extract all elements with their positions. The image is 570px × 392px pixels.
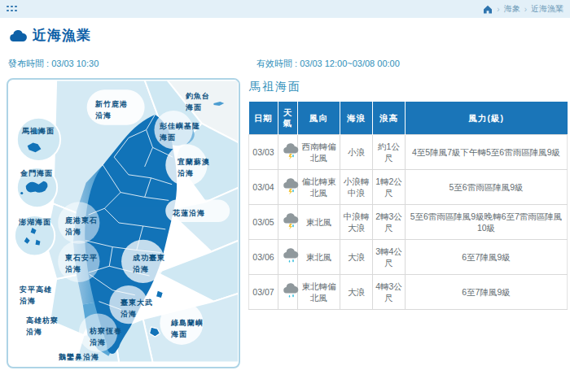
cell-weather bbox=[278, 275, 298, 310]
breadcrumb-separator: › bbox=[524, 5, 527, 14]
sea-area-label-mazu[interactable]: 馬祖海面 bbox=[22, 125, 55, 137]
grid-menu-icon[interactable] bbox=[7, 6, 18, 13]
sea-area-label-dongshi-anping[interactable]: 東石安平 沿海 bbox=[65, 252, 98, 275]
breadcrumb-separator: › bbox=[497, 5, 499, 14]
valid-time: 有效時間 : 03/03 12:00~03/08 00:00 bbox=[256, 58, 400, 70]
cell-sea: 大浪 bbox=[340, 275, 373, 310]
forecast-panel: 馬祖海面 日期 天氣 風向 海浪 浪高 風力(級) 03/03 bbox=[248, 78, 568, 368]
rain-thunder-icon bbox=[281, 212, 300, 230]
sea-area-label-ludao-lanyu[interactable]: 綠島蘭嶼 海面 bbox=[171, 317, 204, 340]
col-header-date: 日期 bbox=[249, 102, 278, 135]
cell-sea: 小浪轉中浪 bbox=[340, 170, 373, 205]
breadcrumb: › 海象 › 近海漁業 bbox=[483, 3, 563, 15]
sea-area-label-taitung-dawu[interactable]: 臺東大武 沿海 bbox=[121, 297, 153, 320]
rain-icon bbox=[281, 282, 300, 300]
breadcrumb-link-marine[interactable]: 海象 bbox=[504, 3, 520, 15]
sea-area-label-pengjia-keelung[interactable]: 彭佳嶼基隆 海面 bbox=[160, 120, 200, 143]
cloud-icon bbox=[8, 29, 28, 42]
cell-wind: 東北轉偏北風 bbox=[298, 275, 340, 310]
cell-date: 03/06 bbox=[249, 240, 278, 275]
cell-weather bbox=[278, 135, 298, 170]
col-header-force: 風力(級) bbox=[406, 102, 568, 135]
cell-date: 03/07 bbox=[249, 275, 278, 310]
cell-weather bbox=[278, 170, 298, 205]
cell-force: 5至6雷雨區陣風9級 bbox=[406, 170, 568, 205]
cell-wind: 東北風 bbox=[298, 205, 340, 240]
rain-thunder-icon bbox=[281, 177, 300, 195]
col-header-sea: 海浪 bbox=[340, 102, 373, 135]
map-column: 馬祖海面 金門海面 澎湖海面 新竹鹿港 沿海 釣魚台 海面 彭佳嶼基隆 海面 宜… bbox=[7, 78, 240, 368]
cell-date: 03/04 bbox=[249, 170, 278, 205]
cell-force: 6至7陣風9級 bbox=[406, 240, 568, 275]
rain-thunder-icon bbox=[281, 142, 300, 160]
page-title: 近海漁業 bbox=[33, 26, 91, 45]
cell-weather bbox=[278, 240, 298, 275]
sea-area-label-kaohsiung-fangliao[interactable]: 高雄枋寮 沿海 bbox=[26, 315, 59, 338]
cell-weather bbox=[278, 205, 298, 240]
cell-force: 5至6雷雨區陣風9級晚轉6至7雷雨區陣風10級 bbox=[406, 205, 568, 240]
cell-wind: 偏北轉東北風 bbox=[298, 170, 340, 205]
col-header-height: 浪高 bbox=[373, 102, 406, 135]
top-bar: › 海象 › 近海漁業 bbox=[0, 0, 570, 18]
sea-area-label-hsinchu-lukang[interactable]: 新竹鹿港 沿海 bbox=[95, 98, 128, 121]
sea-area-label-yilan-suao[interactable]: 宜蘭蘇澳 沿海 bbox=[178, 156, 210, 179]
table-row: 03/03 西南轉偏北風 小浪 約1公尺 4至5陣風7級下午轉5至6雷雨區陣風9… bbox=[249, 135, 568, 170]
rain-icon bbox=[281, 247, 300, 265]
cell-date: 03/05 bbox=[249, 205, 278, 240]
cell-wind: 東北風 bbox=[298, 240, 340, 275]
page-header: 近海漁業 bbox=[8, 26, 570, 45]
sea-area-label-lukang-dongshi[interactable]: 鹿港東石 沿海 bbox=[65, 215, 98, 237]
sea-area-label-eluanbi[interactable]: 鵝鑾鼻沿海 bbox=[59, 351, 99, 363]
breadcrumb-link-coastal-fishery[interactable]: 近海漁業 bbox=[531, 3, 563, 15]
sea-area-label-hualien[interactable]: 花蓮沿海 bbox=[173, 207, 205, 219]
main-content: 馬祖海面 金門海面 澎湖海面 新竹鹿港 沿海 釣魚台 海面 彭佳嶼基隆 海面 宜… bbox=[0, 78, 570, 368]
sea-area-label-chenggong-taitung[interactable]: 成功臺東 沿海 bbox=[133, 252, 165, 275]
sea-area-label-kinmen[interactable]: 金門海面 bbox=[20, 168, 53, 179]
table-row: 03/07 東北轉偏北風 大浪 4轉3公尺 6至7陣風9級 bbox=[249, 275, 568, 310]
table-header-row: 日期 天氣 風向 海浪 浪高 風力(級) bbox=[249, 102, 568, 135]
cell-height: 1轉2公尺 bbox=[373, 170, 406, 205]
cell-sea: 大浪 bbox=[340, 240, 373, 275]
sea-area-title: 馬祖海面 bbox=[249, 80, 568, 94]
cell-force: 6至7陣風9級 bbox=[406, 275, 568, 310]
table-row: 03/04 偏北轉東北風 小浪轉中浪 1轉2公尺 5至6雷雨區陣風9級 bbox=[249, 170, 568, 205]
cell-sea: 小浪 bbox=[340, 135, 373, 170]
cell-height: 約1公尺 bbox=[373, 135, 406, 170]
cell-force: 4至5陣風7級下午轉5至6雷雨區陣風9級 bbox=[406, 135, 568, 170]
col-header-wind: 風向 bbox=[298, 102, 340, 135]
cell-wind: 西南轉偏北風 bbox=[298, 135, 340, 170]
forecast-table: 日期 天氣 風向 海浪 浪高 風力(級) 03/03 西南轉偏北風 bbox=[248, 102, 568, 310]
sea-area-label-fangliao-hengchun[interactable]: 枋寮恆春 沿海 bbox=[90, 325, 122, 348]
cell-date: 03/03 bbox=[249, 135, 278, 170]
col-header-weather: 天氣 bbox=[278, 102, 298, 135]
sea-area-label-penghu[interactable]: 澎湖海面 bbox=[19, 216, 51, 228]
cell-sea: 中浪轉大浪 bbox=[340, 205, 373, 240]
table-row: 03/06 東北風 大浪 3轉4公尺 6至7陣風9級 bbox=[249, 240, 568, 275]
time-info-row: 發布時間 : 03/03 10:30 有效時間 : 03/03 12:00~03… bbox=[0, 58, 570, 70]
table-row: 03/05 東北風 中浪轉大浪 2轉3公尺 5至6雷雨區陣風9級晚轉6至7雷雨區… bbox=[249, 205, 568, 240]
sea-area-label-anping-kaohsiung[interactable]: 安平高雄 沿海 bbox=[20, 284, 52, 307]
cell-height: 3轉4公尺 bbox=[373, 240, 406, 275]
home-icon[interactable] bbox=[483, 5, 493, 14]
cell-height: 4轉3公尺 bbox=[373, 275, 406, 310]
cell-height: 2轉3公尺 bbox=[373, 205, 406, 240]
sea-area-label-diaoyutai[interactable]: 釣魚台 海面 bbox=[186, 90, 210, 113]
issued-time: 發布時間 : 03/03 10:30 bbox=[0, 58, 248, 70]
taiwan-sea-zone-map[interactable]: 馬祖海面 金門海面 澎湖海面 新竹鹿港 沿海 釣魚台 海面 彭佳嶼基隆 海面 宜… bbox=[7, 78, 240, 368]
